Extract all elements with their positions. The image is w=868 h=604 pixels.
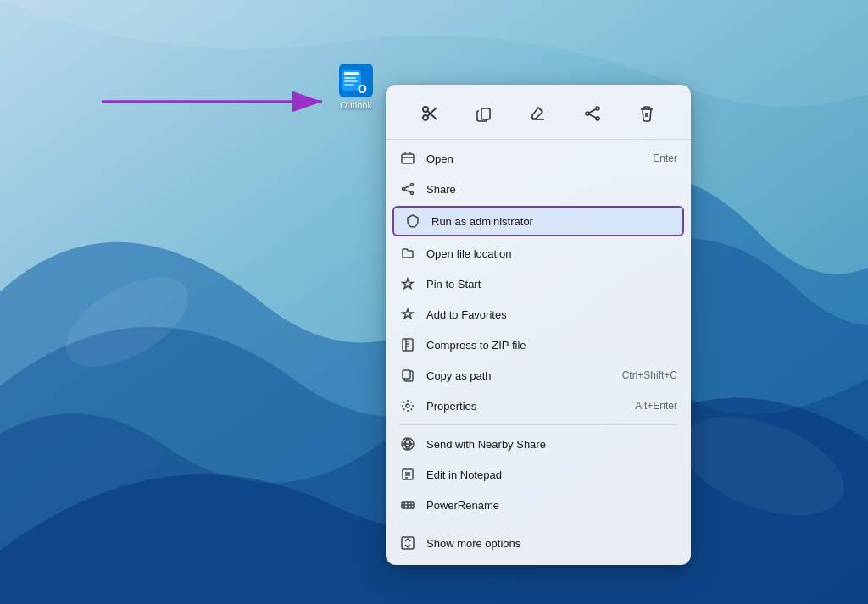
svg-line-20	[589, 109, 596, 113]
menu-item-open-file-location[interactable]: Open file location	[386, 238, 691, 269]
share-icon	[399, 180, 416, 197]
menu-item-properties[interactable]: Properties Alt+Enter	[386, 391, 691, 421]
outlook-desktop-icon[interactable]: O Outlook	[331, 64, 381, 110]
svg-line-29	[405, 190, 411, 192]
svg-line-28	[405, 186, 411, 188]
svg-point-27	[411, 192, 414, 195]
separator-1	[399, 424, 677, 425]
power-rename-label: PowerRename	[426, 499, 677, 512]
outlook-icon-image: O	[339, 64, 373, 97]
nearby-share-icon	[399, 435, 416, 452]
svg-point-19	[596, 117, 599, 120]
svg-rect-16	[481, 108, 490, 119]
context-menu-icon-bar	[386, 91, 691, 140]
copy-path-label: Copy as path	[426, 369, 612, 382]
svg-rect-30	[403, 339, 413, 351]
nearby-share-label: Send with Nearby Share	[426, 438, 677, 451]
pin-to-start-label: Pin to Start	[426, 278, 677, 291]
menu-item-add-favorites[interactable]: Add to Favorites	[386, 299, 691, 330]
svg-point-26	[403, 188, 405, 191]
power-rename-icon	[399, 496, 416, 513]
open-shortcut: Enter	[653, 152, 677, 164]
menu-item-run-as-admin[interactable]: Run as administrator	[392, 206, 684, 236]
menu-item-compress-zip[interactable]: Compress to ZIP file	[386, 330, 691, 360]
svg-point-25	[411, 184, 414, 186]
add-favorites-label: Add to Favorites	[426, 308, 677, 321]
open-file-location-label: Open file location	[426, 247, 677, 260]
run-as-admin-label: Run as administrator	[431, 215, 672, 228]
svg-rect-24	[402, 154, 414, 163]
compress-icon	[399, 336, 416, 353]
outlook-icon-label: Outlook	[340, 100, 372, 110]
show-more-label: Show more options	[426, 537, 677, 550]
svg-rect-9	[344, 80, 358, 82]
svg-point-13	[423, 107, 428, 112]
copy-path-icon	[399, 367, 416, 384]
arrow-annotation	[93, 80, 348, 123]
share-label: Share	[426, 183, 677, 196]
menu-item-copy-path[interactable]: Copy as path Ctrl+Shift+C	[386, 360, 691, 391]
share-top-button[interactable]	[577, 98, 608, 129]
context-menu: Open Enter Share Run as administrator	[386, 85, 691, 565]
menu-item-show-more[interactable]: Show more options	[386, 528, 691, 558]
svg-rect-35	[403, 370, 410, 379]
favorites-icon	[399, 306, 416, 323]
show-more-icon	[399, 535, 416, 551]
menu-item-open[interactable]: Open Enter	[386, 143, 691, 174]
svg-point-36	[406, 404, 409, 407]
svg-rect-10	[344, 84, 354, 86]
open-label: Open	[426, 152, 643, 165]
svg-point-18	[586, 112, 589, 115]
menu-item-power-rename[interactable]: PowerRename	[386, 490, 691, 520]
run-as-admin-icon	[404, 213, 421, 230]
svg-rect-8	[344, 77, 356, 79]
menu-item-edit-notepad[interactable]: Edit in Notepad	[386, 459, 691, 490]
menu-item-nearby-share[interactable]: Send with Nearby Share	[386, 429, 691, 459]
pin-icon	[399, 275, 416, 292]
svg-rect-7	[344, 72, 359, 75]
separator-2	[399, 524, 677, 524]
properties-icon	[399, 397, 416, 414]
open-icon	[399, 150, 416, 167]
file-location-icon	[399, 245, 416, 262]
svg-point-12	[423, 115, 428, 120]
cut-button[interactable]	[415, 98, 445, 129]
edit-notepad-label: Edit in Notepad	[426, 468, 677, 481]
compress-zip-label: Compress to ZIP file	[426, 339, 677, 352]
svg-line-21	[589, 114, 596, 118]
properties-label: Properties	[426, 400, 625, 413]
copy-path-shortcut: Ctrl+Shift+C	[622, 369, 677, 381]
svg-text:O: O	[358, 82, 367, 96]
rename-button[interactable]	[523, 98, 554, 129]
menu-item-pin-to-start[interactable]: Pin to Start	[386, 269, 691, 299]
notepad-icon	[399, 466, 416, 483]
svg-point-17	[596, 107, 599, 110]
menu-item-share[interactable]: Share	[386, 174, 691, 204]
delete-button[interactable]	[632, 98, 662, 129]
properties-shortcut: Alt+Enter	[635, 400, 677, 412]
copy-button[interactable]	[469, 98, 499, 129]
